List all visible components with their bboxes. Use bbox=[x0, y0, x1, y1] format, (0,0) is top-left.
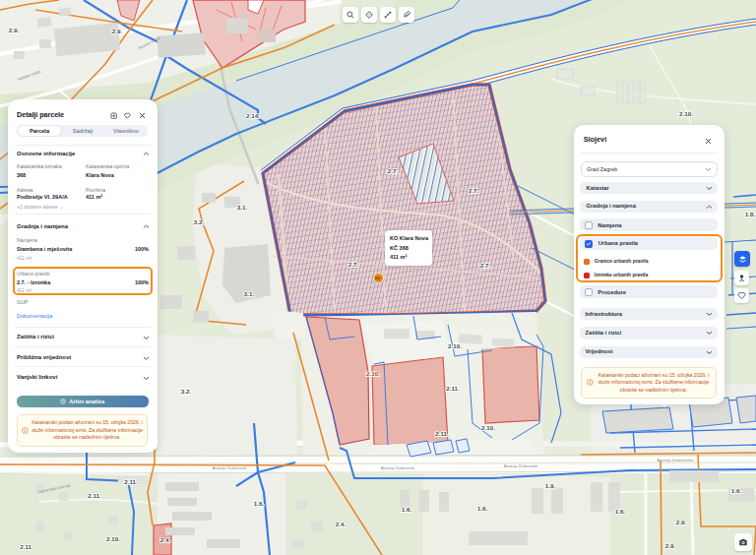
svg-text:2.11.: 2.11. bbox=[124, 478, 138, 485]
svg-text:2.10.: 2.10. bbox=[481, 424, 495, 431]
svg-text:2.9.: 2.9. bbox=[665, 542, 676, 549]
svg-text:1.6.: 1.6. bbox=[477, 505, 488, 512]
svg-text:2.9.: 2.9. bbox=[112, 28, 123, 34]
svg-text:Avenija Dubrovnik: Avenija Dubrovnik bbox=[504, 463, 538, 468]
svg-text:3.2.: 3.2. bbox=[194, 218, 205, 225]
svg-text:2.10.: 2.10. bbox=[366, 370, 380, 377]
svg-text:3.1.: 3.1. bbox=[237, 204, 248, 211]
svg-text:2.14.: 2.14. bbox=[246, 112, 260, 119]
svg-text:2.11.: 2.11. bbox=[446, 385, 460, 392]
svg-text:1.6.: 1.6. bbox=[615, 508, 626, 515]
svg-text:Avenija Dubrovnik: Avenija Dubrovnik bbox=[381, 465, 415, 470]
svg-text:1.9.: 1.9. bbox=[545, 482, 556, 489]
svg-text:2.7.: 2.7. bbox=[469, 187, 479, 194]
svg-text:2.7.: 2.7. bbox=[348, 261, 359, 268]
svg-text:1.6.: 1.6. bbox=[402, 506, 412, 513]
svg-text:Avenija Dubrovnika: Avenija Dubrovnika bbox=[658, 458, 695, 462]
svg-text:2.9.: 2.9. bbox=[9, 27, 20, 33]
svg-text:2.9.: 2.9. bbox=[676, 519, 687, 525]
svg-text:Avenija Dubrovnik: Avenija Dubrovnik bbox=[213, 465, 247, 470]
svg-text:2.7.: 2.7. bbox=[480, 262, 491, 269]
svg-text:2.4.: 2.4. bbox=[160, 536, 171, 543]
svg-text:2.10.: 2.10. bbox=[448, 342, 462, 349]
svg-text:2.10.: 2.10. bbox=[679, 110, 693, 117]
svg-text:2.11.: 2.11. bbox=[88, 492, 101, 499]
svg-text:3.1.: 3.1. bbox=[244, 290, 255, 297]
svg-text:2.4.: 2.4. bbox=[336, 521, 346, 527]
svg-text:1.8.: 1.8. bbox=[745, 211, 756, 217]
svg-text:2.10.: 2.10. bbox=[106, 535, 120, 542]
svg-text:2.11.: 2.11. bbox=[20, 543, 33, 550]
svg-text:2.7.: 2.7. bbox=[388, 167, 399, 174]
svg-text:1.6.: 1.6. bbox=[254, 500, 265, 507]
svg-text:2.11.: 2.11. bbox=[435, 430, 449, 437]
svg-text:1.6.: 1.6. bbox=[731, 487, 742, 494]
svg-text:3.2.: 3.2. bbox=[181, 388, 192, 395]
